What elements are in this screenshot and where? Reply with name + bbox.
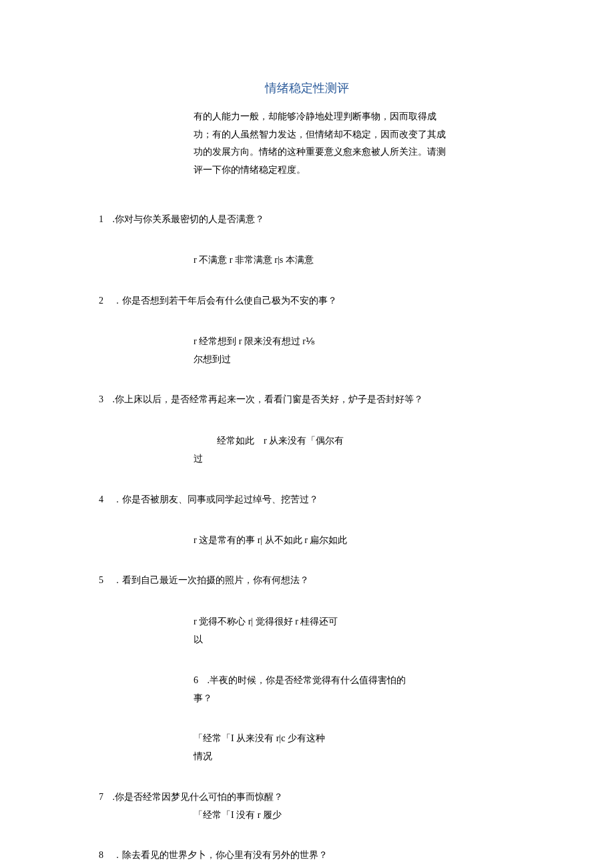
option-line: 「经常「I 从来没有 r|c 少有这种 [194, 730, 420, 748]
question-5: 5 ．看到自己最近一次拍摄的照片，你有何想法？ [99, 572, 519, 588]
question-number: 2 [99, 296, 103, 306]
option-line: r 经常想到 r 限来没有想过 r⅟₈ [194, 333, 420, 351]
question-4: 4 ．你是否被朋友、同事或同学起过绰号、挖苦过？ [99, 491, 519, 508]
question-text: .半夜的时候，你是否经常觉得有什么值得害怕的事？ [194, 675, 406, 703]
question-4-options: r 这是常有的事 r| 从不如此 r 扁尔如此 [194, 532, 420, 550]
question-text: ．除去看见的世界夕卜，你心里有没有另外的世界？ [113, 850, 328, 860]
option-line: r 觉得不称心 r| 觉得很好 r 桂得还可 [194, 613, 420, 631]
question-3-options: 经常如此 r 从来没有「偶尔有 过 [194, 432, 420, 468]
question-text: ．看到自己最近一次拍摄的照片，你有何想法？ [113, 575, 309, 585]
question-number: 3 [99, 394, 103, 404]
question-number: 5 [99, 575, 103, 585]
option-line: 经常如此 r 从来没有「偶尔有 [217, 432, 420, 450]
question-text: ．你是否想到若干年后会有什么使自己极为不安的事？ [113, 296, 337, 306]
question-2-options: r 经常想到 r 限来没有想过 r⅟₈ 尔想到过 [194, 333, 420, 368]
question-6: 6 .半夜的时候，你是否经常觉得有什么值得害怕的事？ [194, 672, 420, 707]
question-text: ．你是否被朋友、同事或同学起过绰号、挖苦过？ [113, 494, 318, 504]
intro-paragraph: 有的人能力一般，却能够冷静地处理判断事物，因而取得成功；有的人虽然智力发达，但情… [194, 108, 454, 179]
question-number: 4 [99, 494, 103, 504]
question-1-options: r 不满意 r 非常满意 r|s 本满意 [194, 252, 420, 270]
question-5-options: r 觉得不称心 r| 觉得很好 r 桂得还可 以 [194, 613, 420, 648]
option-line: 尔想到过 [194, 351, 420, 369]
document-title: 情绪稳定性测评 [0, 77, 614, 99]
question-2: 2 ．你是否想到若干年后会有什么使自己极为不安的事？ [99, 292, 519, 309]
question-number: 7 [99, 792, 103, 802]
question-text: .你是否经常因梦见什么可怕的事而惊醒？ [113, 792, 284, 802]
question-3: 3 .你上床以后，是否经常再起来一次，看看门窗是否关好，炉子是否封好等？ [99, 391, 519, 408]
question-number: 1 [99, 214, 103, 224]
question-number: 6 [194, 675, 198, 685]
option-line: 情况 [194, 748, 420, 766]
question-8: 8 ．除去看见的世界夕卜，你心里有没有另外的世界？ [99, 847, 519, 863]
question-7-options: 「经常「I 没有 r 履少 [194, 807, 420, 823]
question-number: 8 [99, 850, 103, 860]
question-text: .你对与你关系最密切的人是否满意？ [113, 214, 265, 224]
question-7: 7 .你是否经常因梦见什么可怕的事而惊醒？ [99, 789, 519, 805]
question-text: .你上床以后，是否经常再起来一次，看看门窗是否关好，炉子是否封好等？ [113, 394, 424, 404]
option-line: 以 [194, 631, 420, 649]
question-1: 1 .你对与你关系最密切的人是否满意？ [99, 211, 519, 228]
question-6-options: 「经常「I 从来没有 r|c 少有这种 情况 [194, 730, 420, 765]
option-line: 过 [194, 450, 420, 468]
